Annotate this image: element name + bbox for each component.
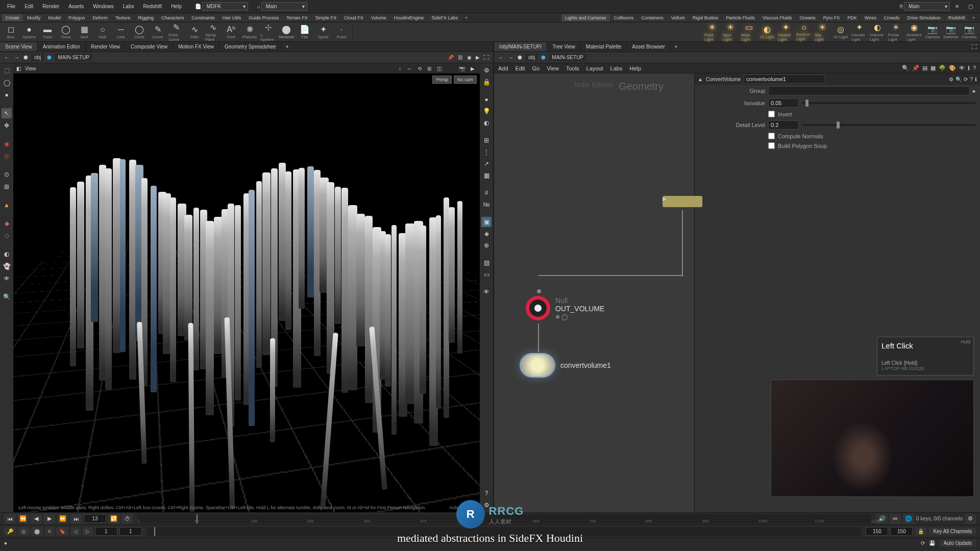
cam-mask-icon[interactable]: ▭ (481, 269, 492, 280)
shelf-tab[interactable]: Guide Process (245, 14, 282, 21)
view-tool-icon[interactable]: 👁 (2, 273, 12, 284)
shelf-tool[interactable]: ·Point (334, 23, 349, 41)
range-lock-icon[interactable]: 🔒 (915, 527, 927, 536)
lasso-tool-icon[interactable]: ◯ (2, 78, 12, 88)
vh-camera-icon[interactable]: 📷 (457, 65, 467, 72)
param-detail-slider[interactable] (802, 124, 976, 126)
help-icon[interactable]: ? (481, 488, 492, 498)
persp-dropdown[interactable]: Persp (432, 76, 452, 84)
step-back-icon[interactable]: ⏪ (17, 514, 29, 524)
path-context[interactable]: obj (525, 54, 538, 61)
shelf-tool[interactable]: ◻Box (3, 23, 18, 41)
nw-palette-icon[interactable]: 🎨 (949, 65, 956, 71)
param-reload-icon[interactable]: ⟳ (964, 77, 968, 82)
shelf-tool[interactable]: ☀Sky Light (815, 23, 830, 41)
shelf-tab[interactable]: Crowds (880, 14, 903, 21)
param-isovalue-slider[interactable] (802, 102, 976, 104)
menu-file[interactable]: File (3, 2, 19, 11)
path-node[interactable]: MAIN-SETUP (55, 54, 92, 61)
guides-icon[interactable]: ◈ (481, 229, 492, 239)
shelf-tab[interactable]: Collisions (610, 14, 638, 21)
range-slider-icon[interactable]: ◁ (70, 527, 81, 536)
shelf-tool[interactable]: ⬤Metaball (279, 23, 294, 41)
pane-maximize-icon[interactable]: ⛶ (969, 42, 980, 51)
end-frame-input[interactable] (890, 527, 913, 536)
shelf-tab[interactable]: Particle Fluids (722, 14, 758, 21)
nav-fwd-icon[interactable]: → (507, 54, 514, 61)
shelf-tab[interactable]: Hair Utils (219, 14, 245, 21)
shelf-tab[interactable]: Model (45, 14, 65, 21)
shelf-tool[interactable]: ✎Draw Curve (168, 23, 184, 41)
shelf-tab[interactable]: Wires (861, 14, 880, 21)
shading-icon[interactable]: ● (481, 94, 492, 105)
shelf-tool[interactable]: 📷Switcher (943, 23, 959, 41)
menu-edit[interactable]: Edit (20, 2, 37, 11)
nw-menu-view[interactable]: View (547, 65, 559, 71)
project-dropdown[interactable]: MDFK (202, 2, 248, 11)
nw-menu-labs[interactable]: Labs (610, 65, 623, 71)
points-icon[interactable]: ⋮ (481, 147, 492, 157)
shelf-tool[interactable]: ☀Point Light (704, 23, 720, 41)
display-mode-icon[interactable]: ▣ (481, 217, 492, 227)
pane-tab-matpalette[interactable]: Material Palette (581, 42, 627, 51)
link-icon[interactable]: ⛓ (457, 54, 464, 61)
shelf-tab[interactable]: HoudiniEngine (390, 14, 428, 21)
node-null-out-volume[interactable]: Null OUT_VOLUME ❄ ◯ (526, 296, 604, 320)
menu-help[interactable]: Help (167, 2, 186, 11)
shelf-tool[interactable]: 📄File (297, 23, 312, 41)
pane-tab-assetbrowser[interactable]: Asset Browser (627, 42, 670, 51)
param-help-icon[interactable]: ? (970, 77, 973, 82)
shelf-tab[interactable]: Rigid Bodies (689, 14, 722, 21)
play-fwd-icon[interactable]: ▶ (44, 514, 55, 524)
key-mode-dropdown[interactable]: Key All Channels (929, 528, 976, 535)
shelf-tab[interactable]: Simple FX (312, 14, 340, 21)
auto-update-dropdown[interactable]: Auto Update (939, 539, 976, 547)
start-frame-input[interactable] (95, 527, 117, 536)
vh-btn-icon[interactable]: ◫ (435, 65, 444, 72)
goto-end-icon[interactable]: ⏭ (70, 514, 82, 524)
shelf-tab[interactable]: Rigging (135, 14, 158, 21)
pane-tab-network[interactable]: /obj/MAIN-SETUP/ (494, 42, 547, 51)
channels-icon[interactable]: ≡ (45, 527, 54, 536)
brush-tool-icon[interactable]: ● (2, 90, 12, 100)
pane-tab-sceneview[interactable]: Scene View (0, 42, 38, 51)
scope-icon[interactable]: ◎ (18, 527, 29, 536)
nw-menu-help[interactable]: Help (629, 65, 641, 71)
inspect-icon[interactable]: 🔍 (2, 292, 12, 302)
autokey-icon[interactable]: ⬤ (31, 527, 43, 536)
snapshot-icon[interactable]: ◉ (466, 54, 473, 61)
play-back-icon[interactable]: ◀ (31, 514, 42, 524)
shelf-tab[interactable]: Terrain FX (283, 14, 311, 21)
pin-icon[interactable]: 📌 (447, 54, 455, 61)
material-icon[interactable]: ◐ (481, 118, 492, 128)
shelf-tool[interactable]: ●Sphere (21, 23, 37, 41)
shelf-tab[interactable]: Volume (368, 14, 390, 21)
cache-icon[interactable]: 💾 (929, 540, 935, 546)
close-icon[interactable]: ✕ (951, 2, 963, 11)
shelf-tool[interactable]: ∿Path (187, 23, 202, 41)
cook-icon[interactable]: ⟳ (921, 540, 925, 546)
menu-assets[interactable]: Assets (64, 2, 88, 11)
shelf-tab-add-icon[interactable]: + (462, 14, 471, 21)
render-icon[interactable]: ▶ (475, 54, 481, 61)
nw-tree-icon[interactable]: 🌳 (939, 65, 946, 71)
shelf-tab[interactable]: Cloud FX (340, 14, 367, 21)
vh-flipbook-icon[interactable]: ▶ (469, 65, 477, 72)
param-search-icon[interactable]: 🔍 (955, 77, 962, 82)
nw-vis-icon[interactable]: 👁 (959, 65, 965, 71)
vh-btn-icon[interactable]: ↕ (397, 65, 403, 72)
shelf-tool[interactable]: ○Null (95, 23, 110, 41)
shelf-tool[interactable]: ◯Torus (58, 23, 74, 41)
timeline-track[interactable]: 1951902853804755706657608559501045114012… (138, 514, 871, 523)
shelf-tool[interactable]: ▭Area Light (741, 23, 756, 41)
pane-tab-composite[interactable]: Composite View (126, 42, 173, 51)
param-group-input[interactable] (768, 86, 970, 95)
shelf-tool[interactable]: ◯Circle (132, 23, 147, 41)
shelf-tab[interactable]: Characters (158, 14, 187, 21)
shelf-tool[interactable]: ◐Gl Light (760, 23, 775, 41)
shelf-tool[interactable]: ☀Portal Light (888, 23, 903, 41)
shelf-tool[interactable]: ◐Volume Light (870, 23, 885, 41)
shelf-tab[interactable]: Create (2, 14, 23, 21)
shelf-tool[interactable]: ▦Grid (77, 23, 92, 41)
shelf-tool[interactable]: ◉Ambient Light (906, 23, 922, 41)
